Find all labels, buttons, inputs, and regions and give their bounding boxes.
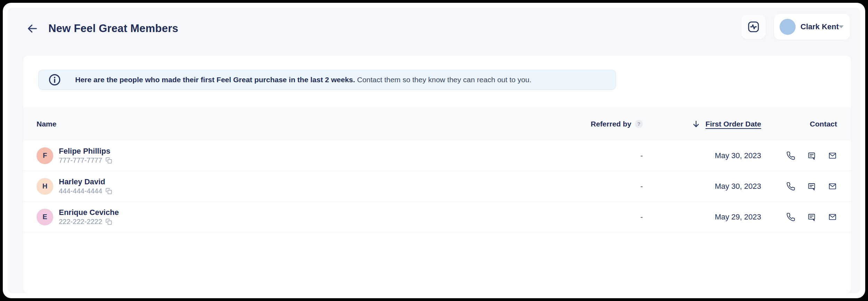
banner-text-bold: Here are the people who made their first… [75, 76, 355, 84]
table-row: F Felipe Phillips 777-777-7777 [23, 140, 851, 171]
phone-number: 444-444-4444 [59, 187, 102, 195]
member-cell: H Harley David 444-444-4444 [37, 178, 591, 195]
message-button[interactable] [807, 151, 816, 160]
email-button[interactable] [828, 213, 837, 222]
first-order-date-value: May 29, 2023 [715, 213, 761, 222]
back-button[interactable] [26, 22, 39, 35]
contact-cell [761, 213, 837, 222]
message-button[interactable] [807, 182, 816, 191]
call-button[interactable] [786, 182, 795, 191]
avatar: H [37, 178, 53, 195]
screenshot-root: New Feel Great Members Clark Kent [0, 0, 868, 301]
contact-cell [761, 182, 837, 191]
referred-by-value: - [640, 151, 643, 160]
member-name: Harley David [59, 178, 112, 186]
avatar: F [37, 147, 53, 164]
name-header-label: Name [37, 120, 56, 128]
app-window: New Feel Great Members Clark Kent [3, 3, 865, 298]
copy-button[interactable] [105, 157, 112, 164]
sort-first-order-date[interactable]: First Order Date [692, 119, 761, 129]
member-cell: E Enrique Ceviche 222-222-2222 [37, 208, 591, 225]
phone-icon [786, 213, 795, 222]
column-header-name: Name [37, 120, 591, 128]
member-name: Enrique Ceviche [59, 208, 119, 217]
member-phone: 444-444-4444 [59, 187, 112, 195]
banner-text: Here are the people who made their first… [75, 76, 531, 84]
column-header-first-order-date: First Order Date [643, 119, 761, 129]
avatar [780, 19, 796, 35]
email-button[interactable] [828, 151, 837, 160]
first-order-date-cell: May 29, 2023 [643, 213, 761, 222]
call-button[interactable] [786, 151, 795, 160]
copy-icon [105, 187, 112, 195]
first-order-date-value: May 30, 2023 [715, 151, 761, 160]
call-button[interactable] [786, 213, 795, 222]
first-order-date-cell: May 30, 2023 [643, 182, 761, 191]
info-icon [48, 73, 61, 86]
column-header-referred-by: Referred by ? [591, 120, 643, 128]
arrow-down-icon [692, 119, 701, 129]
phone-icon [786, 182, 795, 191]
mail-icon [828, 213, 837, 222]
first-order-date-cell: May 30, 2023 [643, 151, 761, 160]
mail-icon [828, 182, 837, 191]
member-identity: Felipe Phillips 777-777-7777 [59, 147, 112, 164]
contact-header-label: Contact [810, 120, 837, 128]
chat-icon [807, 213, 816, 222]
referred-by-value: - [640, 213, 643, 222]
copy-button[interactable] [105, 218, 112, 225]
member-identity: Harley David 444-444-4444 [59, 178, 112, 195]
chevron-down-icon [839, 25, 844, 28]
table-row: H Harley David 444-444-4444 [23, 171, 851, 202]
arrow-left-icon [26, 23, 38, 34]
members-table: Name Referred by ? [23, 107, 851, 232]
phone-icon [786, 151, 795, 160]
mail-icon [828, 151, 837, 160]
activity-button[interactable] [741, 15, 766, 39]
column-header-contact: Contact [761, 120, 837, 128]
email-button[interactable] [828, 182, 837, 191]
avatar: E [37, 209, 53, 225]
referred-by-value: - [640, 182, 643, 191]
member-name: Felipe Phillips [59, 147, 112, 155]
phone-number: 777-777-7777 [59, 156, 102, 164]
message-button[interactable] [807, 213, 816, 222]
info-banner: Here are the people who made their first… [38, 70, 616, 90]
activity-pulse-icon [747, 20, 760, 33]
table-row: E Enrique Ceviche 222-222-2222 [23, 202, 851, 232]
user-name: Clark Kent [800, 22, 839, 31]
copy-icon [105, 218, 112, 225]
contact-cell [761, 151, 837, 160]
chat-icon [807, 151, 816, 160]
phone-number: 222-222-2222 [59, 218, 102, 225]
member-phone: 777-777-7777 [59, 156, 112, 164]
first-order-date-value: May 30, 2023 [715, 182, 761, 191]
copy-button[interactable] [105, 187, 112, 195]
member-identity: Enrique Ceviche 222-222-2222 [59, 208, 119, 225]
help-icon[interactable]: ? [635, 120, 643, 128]
page-background: New Feel Great Members Clark Kent [8, 8, 860, 293]
referred-by-cell: - [591, 182, 643, 191]
referred-by-header-label: Referred by [591, 120, 631, 128]
copy-icon [105, 157, 112, 164]
referred-by-cell: - [591, 213, 643, 222]
chat-icon [807, 182, 816, 191]
page-header: New Feel Great Members [26, 22, 178, 35]
table-header-row: Name Referred by ? [23, 107, 851, 140]
page-title: New Feel Great Members [48, 22, 178, 35]
banner-text-regular: Contact them so they know they can reach… [355, 76, 531, 84]
first-order-date-header-label: First Order Date [705, 120, 761, 128]
user-menu[interactable]: Clark Kent [774, 14, 850, 40]
content-card: Here are the people who made their first… [23, 56, 851, 293]
member-phone: 222-222-2222 [59, 218, 119, 225]
referred-by-cell: - [591, 151, 643, 160]
member-cell: F Felipe Phillips 777-777-7777 [37, 147, 591, 164]
